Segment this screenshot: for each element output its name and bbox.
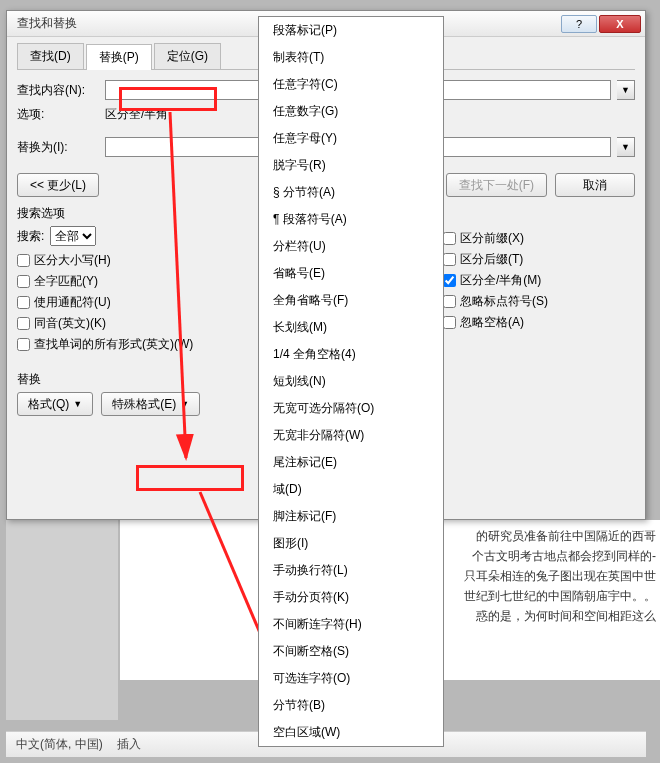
checkbox[interactable] [17,296,30,309]
checkbox[interactable] [443,232,456,245]
menu-item[interactable]: 长划线(M) [259,314,443,341]
checkbox[interactable] [17,338,30,351]
status-lang: 中文(简体, 中国) [16,736,103,753]
menu-item[interactable]: 域(D) [259,476,443,503]
special-format-label: 特殊格式(E) [112,396,176,413]
check-label: 区分全/半角(M) [460,272,541,289]
tab-find[interactable]: 查找(D) [17,43,84,69]
menu-item[interactable]: 可选连字符(O) [259,665,443,692]
menu-item[interactable]: 短划线(N) [259,368,443,395]
menu-item[interactable]: 分节符(B) [259,692,443,719]
check-label: 区分大小写(H) [34,252,111,269]
close-button[interactable]: X [599,15,641,33]
menu-item[interactable]: 任意数字(G) [259,98,443,125]
less-button[interactable]: << 更少(L) [17,173,99,197]
caret-down-icon: ▼ [73,399,82,409]
menu-item[interactable]: 分栏符(U) [259,233,443,260]
check-label: 区分后缀(T) [460,251,523,268]
check-option[interactable]: 区分前缀(X) [443,230,635,247]
check-label: 全字匹配(Y) [34,273,98,290]
caret-down-icon: ▼ [180,399,189,409]
check-option[interactable]: 忽略标点符号(S) [443,293,635,310]
options-label: 选项: [17,106,99,123]
cancel-button[interactable]: 取消 [555,173,635,197]
page-gutter [6,520,118,720]
check-label: 查找单词的所有形式(英文)(W) [34,336,193,353]
check-option[interactable]: 区分后缀(T) [443,251,635,268]
menu-item[interactable]: 省略号(E) [259,260,443,287]
checkbox[interactable] [17,254,30,267]
menu-item[interactable]: ¶ 段落符号(A) [259,206,443,233]
search-dir-select[interactable]: 全部 [50,226,96,246]
menu-item[interactable]: 不间断空格(S) [259,638,443,665]
menu-item[interactable]: 任意字母(Y) [259,125,443,152]
menu-item[interactable]: 任意字符(C) [259,71,443,98]
menu-item[interactable]: 脱字号(R) [259,152,443,179]
menu-item[interactable]: 全角省略号(F) [259,287,443,314]
help-button[interactable]: ? [561,15,597,33]
checkbox[interactable] [443,316,456,329]
check-label: 同音(英文)(K) [34,315,106,332]
menu-item[interactable]: 手动换行符(L) [259,557,443,584]
menu-item[interactable]: 图形(I) [259,530,443,557]
check-label: 忽略标点符号(S) [460,293,548,310]
replace-dropdown-icon[interactable]: ▼ [617,137,635,157]
special-format-menu: 段落标记(P)制表符(T)任意字符(C)任意数字(G)任意字母(Y)脱字号(R)… [258,16,444,747]
replace-label: 替换为(I): [17,139,99,156]
menu-item[interactable]: 无宽可选分隔符(O) [259,395,443,422]
menu-item[interactable]: 脚注标记(F) [259,503,443,530]
menu-item[interactable]: 不间断连字符(H) [259,611,443,638]
menu-item[interactable]: 手动分页符(K) [259,584,443,611]
menu-item[interactable]: § 分节符(A) [259,179,443,206]
format-button-label: 格式(Q) [28,396,69,413]
menu-item[interactable]: 段落标记(P) [259,17,443,44]
special-format-button[interactable]: 特殊格式(E) ▼ [101,392,200,416]
format-button[interactable]: 格式(Q) ▼ [17,392,93,416]
find-next-button[interactable]: 查找下一处(F) [446,173,547,197]
status-mode: 插入 [117,736,141,753]
check-option[interactable]: 忽略空格(A) [443,314,635,331]
checkbox[interactable] [17,317,30,330]
check-option[interactable]: 区分全/半角(M) [443,272,635,289]
menu-item[interactable]: 制表符(T) [259,44,443,71]
options-value: 区分全/半角 [105,106,168,123]
search-dir-label: 搜索: [17,228,44,245]
menu-item[interactable]: 1/4 全角空格(4) [259,341,443,368]
find-dropdown-icon[interactable]: ▼ [617,80,635,100]
checkbox[interactable] [17,275,30,288]
menu-item[interactable]: 尾注标记(E) [259,449,443,476]
check-label: 使用通配符(U) [34,294,111,311]
menu-item[interactable]: 无宽非分隔符(W) [259,422,443,449]
checkbox[interactable] [443,295,456,308]
tab-replace[interactable]: 替换(P) [86,44,152,70]
find-label: 查找内容(N): [17,82,99,99]
checkbox[interactable] [443,274,456,287]
check-label: 区分前缀(X) [460,230,524,247]
check-label: 忽略空格(A) [460,314,524,331]
menu-item[interactable]: 空白区域(W) [259,719,443,746]
tab-goto[interactable]: 定位(G) [154,43,221,69]
checkbox[interactable] [443,253,456,266]
